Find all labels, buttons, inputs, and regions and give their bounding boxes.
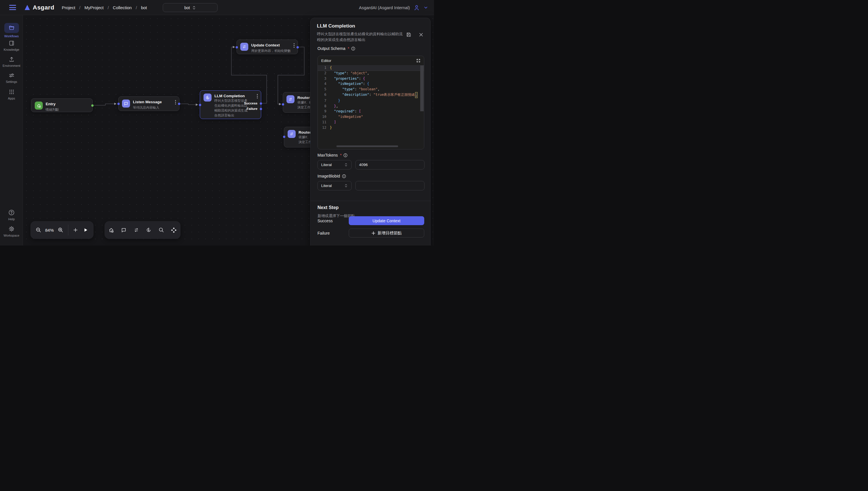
flow-select-dropdown[interactable]: bot xyxy=(163,3,218,12)
node-subtitle: 用於更新內容，初始化變數 xyxy=(251,49,291,53)
flow-select-value: bot xyxy=(184,5,190,10)
failure-output-port[interactable] xyxy=(260,108,262,110)
breadcrumb-separator: / xyxy=(79,5,80,10)
input-port[interactable] xyxy=(199,104,201,106)
workspace-gear-icon xyxy=(8,225,15,232)
router-node-icon xyxy=(288,130,296,138)
listen-message-node-icon xyxy=(122,99,130,108)
node-entry[interactable]: Entry 情緒判斷 xyxy=(31,98,93,112)
chevron-updown-icon xyxy=(344,163,348,167)
entry-node-palette-icon[interactable] xyxy=(106,224,117,236)
zoom-in-icon[interactable] xyxy=(55,224,65,236)
breadcrumb-separator: / xyxy=(136,5,137,10)
chevron-updown-icon xyxy=(344,183,348,188)
input-port[interactable] xyxy=(282,103,284,106)
info-icon[interactable] xyxy=(342,174,346,178)
editor-vertical-scrollbar[interactable] xyxy=(420,65,424,111)
account-chevron-down-icon[interactable] xyxy=(424,5,428,10)
node-subtitle: 等待訊息內容輸入 xyxy=(133,105,162,110)
node-inspector-panel: LLM Completion 呼叫大型語言模型並產生結構化的資料輸出以輔助流程的… xyxy=(310,18,431,246)
save-icon[interactable] xyxy=(406,32,411,37)
node-menu-icon[interactable] xyxy=(294,43,295,49)
output-port[interactable] xyxy=(178,103,180,105)
knowledge-book-icon xyxy=(8,40,15,47)
output-schema-label: Output Schema xyxy=(318,46,345,51)
router-node-palette-icon[interactable] xyxy=(131,224,142,236)
input-port[interactable] xyxy=(283,136,285,138)
llm-node-palette-icon[interactable] xyxy=(143,224,155,236)
integrations-icon[interactable] xyxy=(168,224,180,236)
imageblobid-label: ImageBlobId xyxy=(318,174,340,178)
node-description: 呼叫大型語言模型並產生結構化的資料輸出以輔助流程的決策或生成自然語言輸出 xyxy=(214,98,247,118)
message-node-palette-icon[interactable] xyxy=(118,224,130,236)
node-llm-completion[interactable]: LLM Completion 呼叫大型語言模型並產生結構化的資料輸出以輔助流程的… xyxy=(200,90,261,119)
apps-grid-icon xyxy=(8,89,15,95)
sidebar-item-workflows[interactable]: Workflows xyxy=(0,23,23,38)
success-port-label: Success xyxy=(244,102,257,105)
imageblobid-input[interactable] xyxy=(355,181,425,191)
plus-icon xyxy=(372,231,375,235)
schema-editor[interactable]: Editor 1{2 "type": "object",3 "propertie… xyxy=(318,56,424,149)
output-port[interactable] xyxy=(91,105,93,107)
add-node-icon[interactable] xyxy=(70,224,80,236)
user-icon[interactable] xyxy=(413,4,420,11)
run-workflow-icon[interactable] xyxy=(81,224,91,236)
editor-label: Editor xyxy=(321,58,331,63)
menu-icon[interactable] xyxy=(9,5,16,10)
success-target-button[interactable]: Update Context xyxy=(349,216,424,225)
breadcrumb-project[interactable]: Project xyxy=(62,5,75,10)
sidebar-item-knowledge[interactable]: Knowledge xyxy=(0,40,23,51)
required-asterisk: * xyxy=(348,46,349,51)
search-icon[interactable] xyxy=(156,224,167,236)
node-title: Entry xyxy=(46,102,59,107)
account-name: AsgardAI (Asgard Internal) xyxy=(359,5,410,10)
node-update-context[interactable]: Update Context 用於更新內容，初始化變數 xyxy=(237,39,298,54)
help-icon xyxy=(8,209,15,216)
breadcrumb-collection[interactable]: Collection xyxy=(113,5,132,10)
success-output-port[interactable] xyxy=(260,103,262,105)
imageblobid-mode-value: Literal xyxy=(321,183,332,188)
node-subtitle: 情緒判斷 xyxy=(46,107,59,112)
node-listen-message[interactable]: Listen Message 等待訊息內容輸入 xyxy=(118,96,180,111)
sidebar-item-label: Knowledge xyxy=(4,48,19,51)
environment-upload-icon xyxy=(8,56,15,62)
node-menu-icon[interactable] xyxy=(175,100,176,105)
failure-row-label: Failure xyxy=(318,231,349,235)
sidebar-item-environment[interactable]: Environment xyxy=(0,56,23,67)
sidebar-item-workspace[interactable]: Workspace xyxy=(0,225,23,237)
zoom-out-icon[interactable] xyxy=(33,224,43,236)
sidebar-item-help[interactable]: Help xyxy=(0,209,23,221)
close-icon[interactable] xyxy=(419,32,424,37)
success-row-label: Success xyxy=(318,219,349,223)
add-target-node-button[interactable]: 新增目標節點 xyxy=(349,229,424,237)
workflows-folder-icon xyxy=(8,25,15,31)
editor-horizontal-scrollbar[interactable] xyxy=(336,145,398,147)
maxtokens-mode-select[interactable]: Literal xyxy=(318,160,352,170)
panel-title: LLM Completion xyxy=(317,23,424,29)
breadcrumb-myproject[interactable]: MyProject xyxy=(84,5,104,10)
output-port[interactable] xyxy=(297,46,299,49)
sidebar-item-apps[interactable]: Apps xyxy=(0,89,23,100)
maxtokens-mode-value: Literal xyxy=(321,163,332,167)
chevron-updown-icon xyxy=(192,5,196,10)
info-icon[interactable] xyxy=(343,153,348,157)
input-port[interactable] xyxy=(117,103,120,105)
expand-icon[interactable] xyxy=(416,58,421,63)
node-menu-icon[interactable] xyxy=(257,94,258,99)
asgard-app: Asgard Project / MyProject / Collection … xyxy=(0,0,434,246)
sidebar-item-label: Help xyxy=(8,218,15,221)
info-icon[interactable] xyxy=(351,47,355,51)
input-port[interactable] xyxy=(236,46,238,49)
entry-node-icon xyxy=(35,102,43,110)
imageblobid-mode-select[interactable]: Literal xyxy=(318,181,352,191)
zoom-level: 84% xyxy=(43,228,55,233)
code-area[interactable]: 1{2 "type": "object",3 "properties": {4 … xyxy=(318,65,424,134)
node-title: Listen Message xyxy=(133,99,162,105)
sidebar: Workflows Knowledge Environment Settings… xyxy=(0,15,23,246)
node-title: Update Context xyxy=(251,43,291,48)
breadcrumb-separator: / xyxy=(108,5,109,10)
breadcrumb-bot[interactable]: bot xyxy=(141,5,147,10)
maxtokens-input[interactable]: 4096 xyxy=(355,160,425,170)
node-title: LLM Completion xyxy=(214,93,247,98)
sidebar-item-settings[interactable]: Settings xyxy=(0,72,23,83)
